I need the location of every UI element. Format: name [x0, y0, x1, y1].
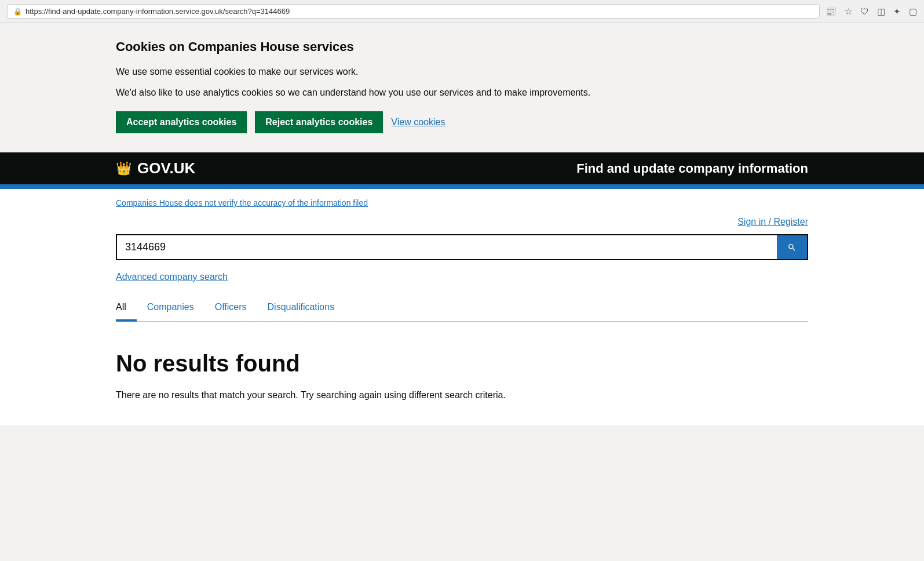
browser-toolbar: 📰 ☆ 🛡 ◫ ✦ ▢	[826, 6, 917, 17]
govuk-logo-text: GOV.UK	[137, 159, 195, 177]
accept-cookies-button[interactable]: Accept analytics cookies	[116, 111, 247, 133]
sign-in-area: Sign in / Register	[116, 217, 808, 227]
reject-cookies-button[interactable]: Reject analytics cookies	[255, 111, 383, 133]
bookmark-icon[interactable]: ☆	[845, 6, 852, 17]
tab-officers[interactable]: Officers	[204, 296, 257, 322]
url-text: https://find-and-update.company-informat…	[25, 7, 290, 16]
cookie-paragraph-1: We use some essential cookies to make ou…	[116, 65, 808, 79]
cookie-banner-title: Cookies on Companies House services	[116, 39, 808, 54]
tab-all[interactable]: All	[116, 296, 137, 322]
split-view-icon[interactable]: ◫	[877, 6, 885, 17]
no-results-description: There are no results that match your sea…	[116, 388, 808, 402]
tab-disqualifications[interactable]: Disqualifications	[257, 296, 345, 322]
no-results-section: No results found There are no results th…	[116, 345, 808, 402]
service-name: Find and update company information	[576, 161, 808, 176]
blue-accent-bar	[0, 184, 924, 189]
view-cookies-button[interactable]: View cookies	[391, 117, 445, 128]
govuk-header: 👑 GOV.UK Find and update company informa…	[0, 152, 924, 184]
search-button[interactable]	[777, 235, 807, 259]
search-input[interactable]	[117, 235, 777, 259]
shield-icon[interactable]: 🛡	[860, 6, 869, 17]
tab-companies[interactable]: Companies	[137, 296, 204, 322]
search-tabs: All Companies Officers Disqualifications	[116, 296, 808, 322]
lock-icon: 🔒	[13, 8, 22, 16]
main-content: Companies House does not verify the accu…	[0, 189, 924, 425]
address-bar[interactable]: 🔒 https://find-and-update.company-inform…	[7, 4, 820, 19]
accuracy-notice-link[interactable]: Companies House does not verify the accu…	[116, 198, 808, 207]
favorites-icon[interactable]: ✦	[893, 6, 901, 17]
search-icon	[787, 242, 797, 253]
reader-icon[interactable]: 📰	[826, 6, 837, 17]
cookie-banner: Cookies on Companies House services We u…	[0, 23, 924, 152]
advanced-search-link[interactable]: Advanced company search	[116, 272, 228, 282]
profile-icon[interactable]: ▢	[909, 6, 917, 17]
sign-in-register-link[interactable]: Sign in / Register	[737, 217, 808, 227]
crown-icon: 👑	[116, 161, 132, 176]
search-form	[116, 234, 808, 260]
no-results-heading: No results found	[116, 351, 808, 377]
govuk-logo[interactable]: 👑 GOV.UK	[116, 159, 195, 177]
browser-chrome: 🔒 https://find-and-update.company-inform…	[0, 0, 924, 23]
cookie-buttons: Accept analytics cookies Reject analytic…	[116, 111, 808, 133]
cookie-paragraph-2: We'd also like to use analytics cookies …	[116, 86, 808, 100]
